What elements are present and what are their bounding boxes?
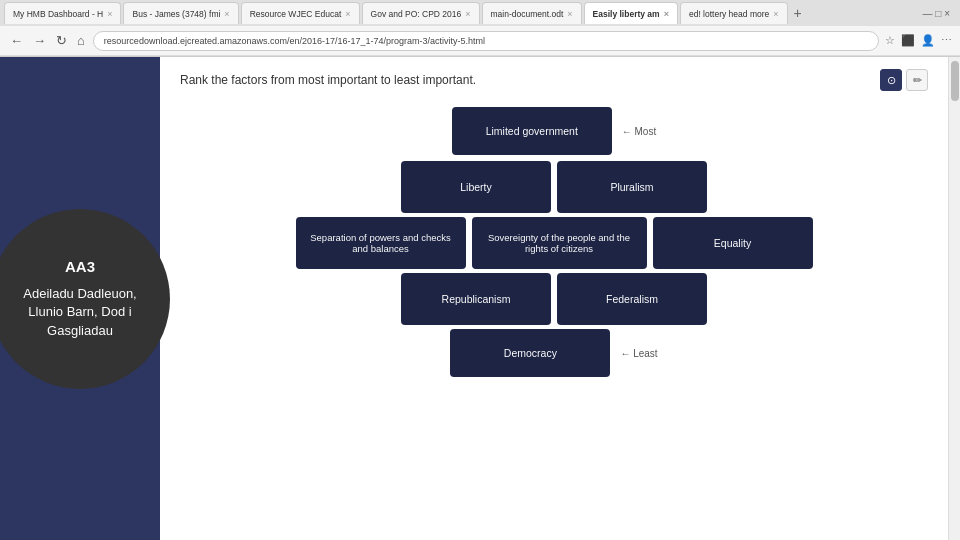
main-area: Rank the factors from most important to … bbox=[160, 57, 948, 540]
back-button[interactable]: ← bbox=[8, 33, 25, 48]
page-content: AA3 Adeiladu Dadleuon, Llunio Barn, Dod … bbox=[0, 57, 960, 540]
bookmark-icon[interactable]: ⬛ bbox=[901, 34, 915, 47]
tab-close-gov[interactable]: × bbox=[465, 9, 470, 19]
rank-row-2: Liberty Pluralism bbox=[180, 161, 928, 213]
most-label: ← Most bbox=[622, 126, 656, 137]
view-button-1[interactable]: ⊙ bbox=[880, 69, 902, 91]
item-republicanism[interactable]: Republicanism bbox=[401, 273, 551, 325]
tab-resource[interactable]: Resource WJEC Educat × bbox=[241, 2, 360, 24]
rank-buttons: ⊙ ✏ bbox=[880, 69, 928, 91]
forward-button[interactable]: → bbox=[31, 33, 48, 48]
right-scrollbar[interactable] bbox=[948, 57, 960, 540]
browser-action-icons: ☆ ⬛ 👤 ⋯ bbox=[885, 34, 952, 47]
item-democracy[interactable]: Democracy bbox=[450, 329, 610, 377]
rank-instruction: Rank the factors from most important to … bbox=[180, 73, 476, 87]
address-bar[interactable] bbox=[93, 31, 879, 51]
tab-close-resource[interactable]: × bbox=[345, 9, 350, 19]
item-separation[interactable]: Separation of powers and checks and bala… bbox=[296, 217, 466, 269]
window-controls: — □ × bbox=[923, 8, 956, 19]
sidebar: AA3 Adeiladu Dadleuon, Llunio Barn, Dod … bbox=[0, 57, 160, 540]
tab-close-hmb[interactable]: × bbox=[107, 9, 112, 19]
rank-layout: Limited government ← Most Liberty Plural… bbox=[180, 107, 928, 377]
tab-bus[interactable]: Bus - James (3748) fmi × bbox=[123, 2, 238, 24]
scrollbar-thumb[interactable] bbox=[951, 61, 959, 101]
item-liberty[interactable]: Liberty bbox=[401, 161, 551, 213]
tab-lottery[interactable]: ed! lottery head more × bbox=[680, 2, 788, 24]
browser-toolbar: ← → ↻ ⌂ ☆ ⬛ 👤 ⋯ bbox=[0, 26, 960, 56]
rank-row-4: Republicanism Federalism bbox=[180, 273, 928, 325]
item-federalism[interactable]: Federalism bbox=[557, 273, 707, 325]
profile-icon[interactable]: 👤 bbox=[921, 34, 935, 47]
rank-row-3: Separation of powers and checks and bala… bbox=[180, 217, 928, 269]
item-limited-government[interactable]: Limited government bbox=[452, 107, 612, 155]
menu-icon[interactable]: ⋯ bbox=[941, 34, 952, 47]
tab-close-bus[interactable]: × bbox=[224, 9, 229, 19]
rank-row-1: Limited government ← Most bbox=[180, 107, 928, 155]
tab-close-lottery[interactable]: × bbox=[773, 9, 778, 19]
browser-chrome: My HMB Dashboard - H × Bus - James (3748… bbox=[0, 0, 960, 57]
new-tab-button[interactable]: + bbox=[790, 5, 806, 21]
rank-header: Rank the factors from most important to … bbox=[180, 69, 928, 91]
sidebar-aa3-label: AA3 bbox=[65, 258, 95, 275]
sidebar-circle: AA3 Adeiladu Dadleuon, Llunio Barn, Dod … bbox=[0, 209, 170, 389]
tab-gov[interactable]: Gov and PO: CPD 2016 × bbox=[362, 2, 480, 24]
least-label: ← Least bbox=[620, 348, 657, 359]
tab-close-liberty[interactable]: × bbox=[664, 9, 669, 19]
browser-tabs: My HMB Dashboard - H × Bus - James (3748… bbox=[0, 0, 960, 26]
tab-doc[interactable]: main-document.odt × bbox=[482, 2, 582, 24]
edit-button[interactable]: ✏ bbox=[906, 69, 928, 91]
rank-row-5: Democracy ← Least bbox=[180, 329, 928, 377]
item-pluralism[interactable]: Pluralism bbox=[557, 161, 707, 213]
item-sovereignty[interactable]: Sovereignty of the people and the rights… bbox=[472, 217, 647, 269]
star-icon[interactable]: ☆ bbox=[885, 34, 895, 47]
refresh-button[interactable]: ↻ bbox=[54, 33, 69, 48]
tab-liberty[interactable]: Easily liberty am × bbox=[584, 2, 678, 24]
home-button[interactable]: ⌂ bbox=[75, 33, 87, 48]
sidebar-main-text: Adeiladu Dadleuon, Llunio Barn, Dod i Ga… bbox=[10, 285, 150, 340]
item-equality[interactable]: Equality bbox=[653, 217, 813, 269]
tab-hmb[interactable]: My HMB Dashboard - H × bbox=[4, 2, 121, 24]
tab-close-doc[interactable]: × bbox=[567, 9, 572, 19]
